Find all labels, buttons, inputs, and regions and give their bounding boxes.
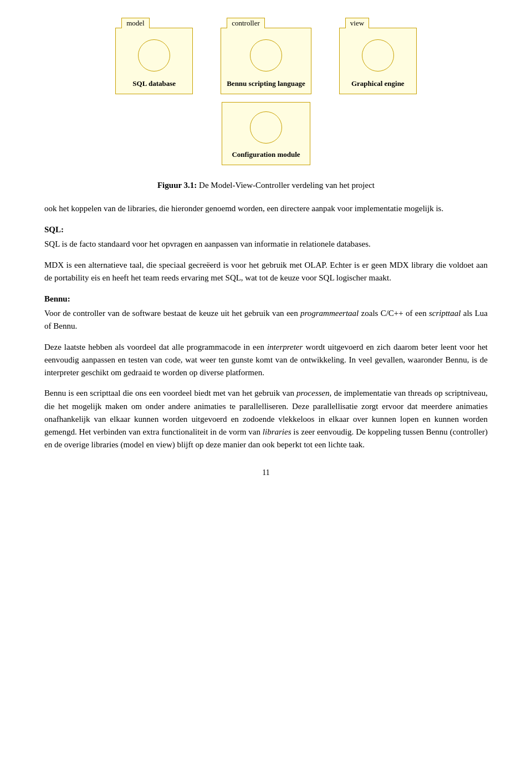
config-box: Configuration module xyxy=(222,102,310,165)
italic-interpreter: interpreter xyxy=(267,343,303,351)
bennu-heading: Bennu: xyxy=(44,294,488,304)
model-column: model SQL database xyxy=(115,28,193,94)
sql-para-1: SQL is de facto standaard voor het opvra… xyxy=(44,238,488,251)
controller-tab: controller xyxy=(227,18,265,28)
view-box: view Graphical engine xyxy=(339,28,417,94)
page-number: 11 xyxy=(44,468,488,477)
sql-para-2: MDX is een alternatieve taal, die specia… xyxy=(44,259,488,285)
model-label: SQL database xyxy=(127,77,181,94)
model-circle xyxy=(138,39,170,72)
bennu-para-1: Voor de controller van de software besta… xyxy=(44,307,488,333)
controller-box: controller Bennu scripting language xyxy=(221,28,311,94)
figure-caption-text: De Model-View-Controller verdeling van h… xyxy=(197,181,375,190)
figure-number: Figuur 3.1: xyxy=(157,181,197,190)
sql-section: SQL: SQL is de facto standaard voor het … xyxy=(44,225,488,284)
italic-processen: processen xyxy=(296,389,329,397)
model-tab: model xyxy=(121,18,150,28)
bennu-para-2: Deze laatste hebben als voordeel dat all… xyxy=(44,341,488,380)
intro-paragraph: ook het koppelen van de libraries, die h… xyxy=(44,202,488,215)
controller-label: Bennu scripting language xyxy=(221,77,311,94)
controller-column: controller Bennu scripting language Conf… xyxy=(221,28,311,165)
mvc-diagram: model SQL database controller Bennu scri… xyxy=(44,17,488,171)
view-tab: view xyxy=(345,18,369,28)
view-circle xyxy=(362,39,394,72)
italic-libraries: libraries xyxy=(263,427,291,436)
view-column: view Graphical engine xyxy=(339,28,417,94)
page: model SQL database controller Bennu scri… xyxy=(0,0,532,781)
figure-caption: Figuur 3.1: De Model-View-Controller ver… xyxy=(44,181,488,190)
bennu-para-3: Bennu is een scripttaal die ons een voor… xyxy=(44,387,488,451)
italic-programmeertaal: programmeertaal xyxy=(300,309,359,318)
view-label: Graphical engine xyxy=(346,77,410,94)
controller-circle xyxy=(250,39,282,72)
config-label: Configuration module xyxy=(226,148,305,165)
config-circle xyxy=(250,111,282,144)
sql-heading: SQL: xyxy=(44,225,488,234)
bennu-section: Bennu: Voor de controller van de softwar… xyxy=(44,294,488,452)
model-box: model SQL database xyxy=(115,28,193,94)
italic-scripttaal: scripttaal xyxy=(429,309,461,318)
